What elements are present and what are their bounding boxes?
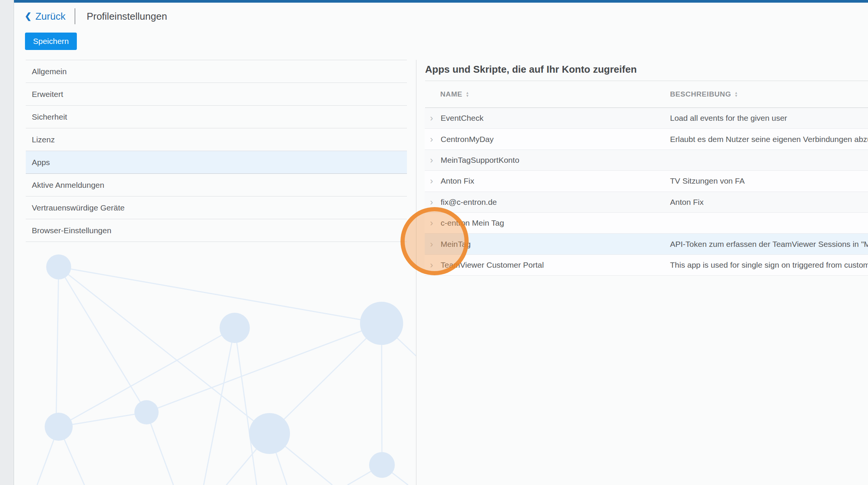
table-row-eventcheck[interactable]: › EventCheck Load all events for the giv… bbox=[425, 108, 868, 129]
app-description: API-Token zum erfassen der TeamViewer Se… bbox=[670, 240, 868, 249]
table-row-centronmyday[interactable]: › CentronMyDay Erlaubt es dem Nutzer sei… bbox=[425, 129, 868, 150]
app-name: TeamViewer Customer Portal bbox=[441, 260, 670, 270]
column-header-name-label: NAME bbox=[440, 90, 462, 98]
column-header-name[interactable]: NAME ▲ ▼ bbox=[440, 90, 670, 98]
chevron-right-icon[interactable]: › bbox=[430, 114, 441, 123]
app-description: TV Sitzungen von FA bbox=[670, 176, 868, 186]
app-description: Anton Fix bbox=[670, 198, 868, 207]
page-title: Profileinstellungen bbox=[87, 11, 167, 22]
sort-icons[interactable]: ▲ ▼ bbox=[734, 91, 738, 97]
top-accent-bar bbox=[14, 0, 868, 3]
sidebar-item-label: Apps bbox=[32, 158, 50, 167]
table-row-meintag[interactable]: › MeinTag API-Token zum erfassen der Tea… bbox=[425, 234, 868, 254]
table-row-fix-c-entron-de[interactable]: › fix@c-entron.de Anton Fix bbox=[425, 192, 868, 213]
chevron-right-icon[interactable]: › bbox=[430, 135, 441, 144]
chevron-left-icon: ❮ bbox=[25, 12, 31, 20]
app-description: Load all events for the given user bbox=[670, 114, 868, 123]
sidebar-item-label: Vertrauenswürdige Geräte bbox=[32, 203, 125, 212]
column-header-beschreibung-label: BESCHREIBUNG bbox=[670, 90, 731, 98]
sidebar-item-vertrauenswuerdige-geraete[interactable]: Vertrauenswürdige Geräte bbox=[26, 196, 407, 219]
sort-descending-icon: ▼ bbox=[734, 94, 738, 97]
chevron-right-icon[interactable]: › bbox=[430, 198, 441, 207]
back-button[interactable]: ❮ Zurück bbox=[25, 11, 65, 22]
page-header: ❮ Zurück Profileinstellungen bbox=[25, 8, 167, 25]
app-name: CentronMyDay bbox=[441, 135, 670, 144]
chevron-right-icon[interactable]: › bbox=[430, 156, 441, 165]
sidebar-item-label: Allgemein bbox=[32, 67, 67, 76]
settings-sidebar: Allgemein Erweitert Sicherheit Lizenz Ap… bbox=[26, 60, 407, 242]
chevron-right-icon[interactable]: › bbox=[430, 218, 441, 228]
sidebar-item-sicherheit[interactable]: Sicherheit bbox=[26, 106, 407, 128]
sidebar-item-label: Sicherheit bbox=[32, 112, 67, 122]
table-header: NAME ▲ ▼ BESCHREIBUNG ▲ ▼ bbox=[425, 81, 868, 108]
sidebar-item-allgemein[interactable]: Allgemein bbox=[26, 60, 407, 83]
app-name: Anton Fix bbox=[441, 176, 670, 186]
sidebar-item-lizenz[interactable]: Lizenz bbox=[26, 128, 407, 151]
header-separator bbox=[75, 8, 75, 24]
app-description: Erlaubt es dem Nutzer seine eigenen Verb… bbox=[670, 135, 868, 144]
sidebar-item-aktive-anmeldungen[interactable]: Aktive Anmeldungen bbox=[26, 174, 407, 196]
sidebar-item-browser-einstellungen[interactable]: Browser-Einstellungen bbox=[26, 219, 407, 242]
app-name: fix@c-entron.de bbox=[441, 198, 670, 207]
left-gutter bbox=[0, 0, 14, 485]
apps-panel: Apps und Skripte, die auf Ihr Konto zugr… bbox=[425, 0, 868, 485]
table-row-c-entron-mein-tag[interactable]: › c-entron Mein Tag bbox=[425, 213, 868, 234]
back-label: Zurück bbox=[35, 11, 65, 22]
app-name: c-entron Mein Tag bbox=[441, 218, 670, 228]
sort-descending-icon: ▼ bbox=[466, 94, 469, 97]
sidebar-item-label: Lizenz bbox=[32, 135, 55, 144]
apps-panel-heading: Apps und Skripte, die auf Ihr Konto zugr… bbox=[425, 64, 637, 75]
table-row-teamviewer-customer-portal[interactable]: › TeamViewer Customer Portal This app is… bbox=[425, 255, 868, 276]
app-name: MeinTagSupportKonto bbox=[441, 156, 670, 165]
app-name: MeinTag bbox=[441, 240, 670, 249]
table-row-anton-fix[interactable]: › Anton Fix TV Sitzungen von FA bbox=[425, 171, 868, 192]
sidebar-item-erweitert[interactable]: Erweitert bbox=[26, 83, 407, 106]
table-row-meintagsupportkonto[interactable]: › MeinTagSupportKonto bbox=[425, 150, 868, 171]
chevron-right-icon[interactable]: › bbox=[430, 240, 441, 249]
column-header-beschreibung[interactable]: BESCHREIBUNG ▲ ▼ bbox=[670, 90, 738, 98]
sidebar-item-apps[interactable]: Apps bbox=[26, 151, 407, 174]
sidebar-item-label: Aktive Anmeldungen bbox=[32, 181, 104, 190]
apps-table: › EventCheck Load all events for the giv… bbox=[425, 108, 868, 276]
sidebar-item-label: Erweitert bbox=[32, 90, 63, 99]
app-name: EventCheck bbox=[441, 114, 670, 123]
save-button[interactable]: Speichern bbox=[25, 33, 77, 50]
panel-divider bbox=[416, 60, 416, 485]
network-background-graphic bbox=[14, 242, 416, 485]
app-description: This app is used for single sign on trig… bbox=[670, 260, 868, 270]
sidebar-item-label: Browser-Einstellungen bbox=[32, 226, 111, 235]
chevron-right-icon[interactable]: › bbox=[430, 176, 441, 186]
chevron-right-icon[interactable]: › bbox=[430, 260, 441, 270]
sort-icons[interactable]: ▲ ▼ bbox=[466, 91, 469, 97]
